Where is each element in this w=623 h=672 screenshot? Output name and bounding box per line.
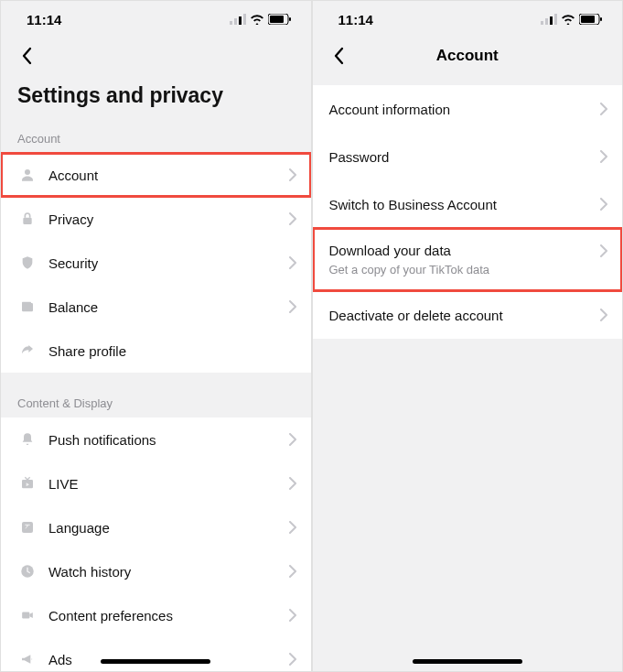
chevron-right-icon (600, 309, 607, 321)
home-indicator[interactable] (101, 659, 210, 664)
lock-icon (17, 209, 38, 229)
chevron-right-icon (289, 256, 296, 269)
item-label: Language (48, 520, 289, 536)
item-label: Watch history (48, 564, 289, 580)
chevron-left-icon (333, 47, 344, 65)
back-button[interactable] (16, 45, 38, 67)
svg-rect-10 (22, 302, 31, 305)
chevron-right-icon (289, 653, 296, 666)
tv-icon (17, 473, 38, 493)
chevron-right-icon (289, 477, 296, 490)
svg-rect-2 (239, 16, 242, 25)
chevron-right-icon (600, 198, 607, 211)
item-label: Deactivate or delete account (329, 308, 601, 323)
settings-item-content-preferences[interactable]: Content preferences (1, 593, 311, 637)
item-label: Security (48, 255, 289, 271)
cell-signal-icon (230, 14, 246, 25)
item-label: Push notifications (48, 432, 289, 448)
account-item-info[interactable]: Account information (313, 85, 623, 133)
account-item-download-data[interactable]: Download your data Get a copy of your Ti… (313, 228, 623, 291)
status-icons (541, 14, 602, 25)
account-item-deactivate[interactable]: Deactivate or delete account (313, 291, 623, 339)
wifi-icon (250, 14, 264, 25)
status-time: 11:14 (338, 12, 373, 27)
share-icon (17, 341, 38, 361)
battery-icon (579, 14, 602, 25)
chevron-right-icon (600, 103, 607, 115)
svg-rect-14 (22, 612, 29, 619)
svg-rect-8 (23, 218, 31, 224)
svg-rect-1 (234, 18, 237, 25)
chevron-right-icon (289, 521, 296, 534)
back-button[interactable] (328, 45, 349, 67)
account-item-switch-business[interactable]: Switch to Business Account (313, 180, 623, 228)
item-label: Privacy (48, 211, 289, 227)
list-group-content: Push notifications LIVE Language Watch h… (1, 417, 311, 672)
nav-bar (1, 38, 311, 74)
nav-title: Account (436, 47, 499, 65)
item-label: Account (48, 168, 289, 183)
bell-icon (17, 429, 38, 450)
chevron-right-icon (289, 212, 296, 225)
status-bar: 11:14 (1, 1, 311, 38)
chevron-right-icon (289, 565, 296, 578)
item-label: Password (329, 149, 601, 165)
chevron-right-icon (289, 433, 296, 446)
status-icons (230, 14, 291, 25)
nav-bar: Account (313, 38, 623, 74)
clock-icon (17, 561, 38, 581)
shield-icon (17, 253, 38, 273)
svg-rect-19 (554, 14, 557, 25)
svg-rect-12 (22, 522, 33, 533)
settings-item-account[interactable]: Account (1, 153, 311, 197)
settings-item-watch-history[interactable]: Watch history (1, 549, 311, 593)
settings-item-balance[interactable]: Balance (1, 285, 311, 329)
section-header-account: Account (1, 121, 311, 153)
item-label: Switch to Business Account (329, 197, 601, 212)
video-icon (17, 605, 38, 625)
wallet-icon (17, 297, 38, 317)
settings-item-security[interactable]: Security (1, 241, 311, 285)
svg-rect-3 (243, 14, 246, 25)
settings-item-language[interactable]: Language (1, 505, 311, 549)
chevron-right-icon (600, 244, 607, 257)
settings-item-ads[interactable]: Ads (1, 637, 311, 672)
status-bar: 11:14 (313, 1, 623, 38)
svg-rect-22 (600, 17, 602, 21)
item-sublabel: Get a copy of your TikTok data (329, 263, 608, 276)
page-title: Settings and privacy (1, 74, 311, 121)
settings-item-privacy[interactable]: Privacy (1, 197, 311, 241)
item-label: Account information (329, 102, 601, 117)
section-header-content: Content & Display (1, 385, 311, 417)
svg-rect-21 (581, 16, 595, 23)
status-time: 11:14 (27, 12, 61, 27)
svg-rect-5 (270, 16, 284, 23)
svg-rect-0 (230, 21, 232, 25)
svg-rect-18 (550, 16, 553, 25)
settings-item-live[interactable]: LIVE (1, 461, 311, 505)
language-icon (17, 517, 38, 537)
item-label: LIVE (48, 476, 289, 492)
chevron-left-icon (21, 47, 32, 65)
item-label: Balance (48, 299, 289, 315)
person-icon (17, 165, 38, 185)
svg-rect-6 (289, 17, 291, 21)
home-indicator[interactable] (413, 659, 522, 664)
chevron-right-icon (289, 609, 296, 622)
account-list: Account information Password Switch to B… (313, 85, 623, 339)
cell-signal-icon (541, 14, 557, 25)
svg-point-7 (25, 169, 30, 175)
account-item-password[interactable]: Password (313, 133, 623, 180)
list-group-account: Account Privacy Security Balance Share p… (1, 153, 311, 373)
settings-item-share-profile[interactable]: Share profile (1, 329, 311, 373)
item-label: Share profile (48, 343, 296, 359)
settings-item-push-notifications[interactable]: Push notifications (1, 417, 311, 461)
wifi-icon (561, 14, 575, 25)
svg-rect-17 (545, 18, 548, 25)
item-label: Download your data (329, 243, 601, 258)
svg-rect-16 (541, 21, 543, 25)
chevron-right-icon (289, 300, 296, 313)
item-label: Content preferences (48, 608, 289, 623)
chevron-right-icon (289, 168, 296, 181)
svg-rect-9 (22, 303, 33, 311)
